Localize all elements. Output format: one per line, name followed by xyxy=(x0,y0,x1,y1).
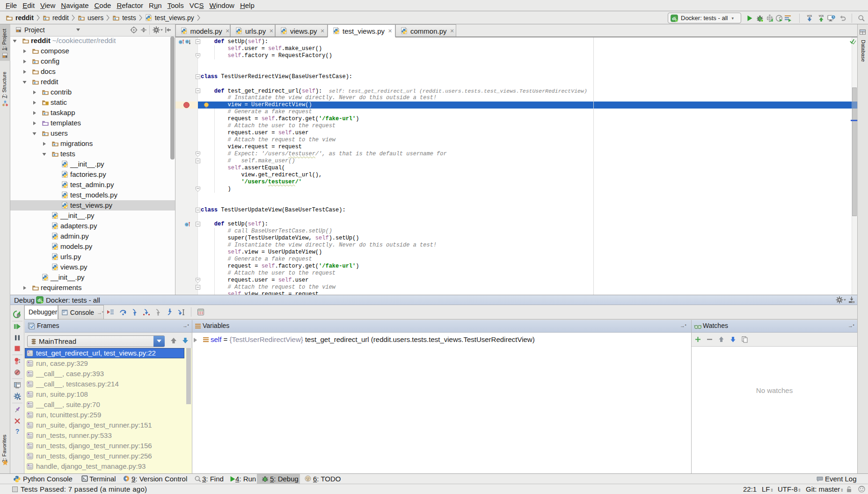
svg-text:VCS: VCS xyxy=(807,15,812,17)
svg-text:di: di xyxy=(37,298,41,303)
svg-text:VCS: VCS xyxy=(819,15,824,17)
svg-text:?: ? xyxy=(15,428,20,435)
svg-text:di: di xyxy=(672,15,676,21)
